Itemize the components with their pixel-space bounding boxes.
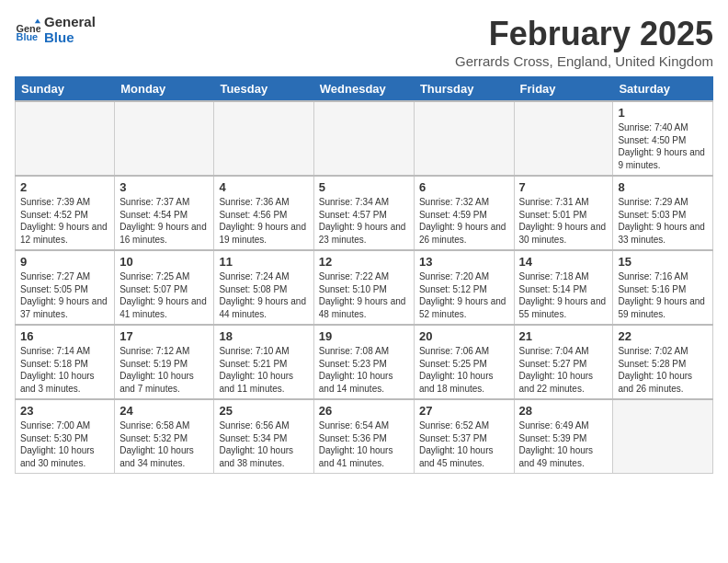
day-number: 5	[319, 180, 409, 194]
col-header-wednesday: Wednesday	[313, 77, 414, 102]
day-number: 26	[319, 404, 409, 418]
day-number: 27	[419, 404, 509, 418]
calendar-cell: 22Sunrise: 7:02 AM Sunset: 5:28 PM Dayli…	[613, 325, 713, 399]
day-detail: Sunrise: 7:12 AM Sunset: 5:19 PM Dayligh…	[119, 345, 209, 395]
calendar-cell: 6Sunrise: 7:32 AM Sunset: 4:59 PM Daylig…	[414, 176, 514, 250]
day-number: 10	[119, 255, 209, 269]
calendar-cell: 24Sunrise: 6:58 AM Sunset: 5:32 PM Dayli…	[115, 399, 214, 474]
header-row: SundayMondayTuesdayWednesdayThursdayFrid…	[16, 77, 713, 102]
day-detail: Sunrise: 6:54 AM Sunset: 5:36 PM Dayligh…	[319, 419, 409, 469]
calendar-cell: 18Sunrise: 7:10 AM Sunset: 5:21 PM Dayli…	[214, 325, 313, 399]
calendar-cell: 23Sunrise: 7:00 AM Sunset: 5:30 PM Dayli…	[16, 399, 115, 474]
calendar-cell: 11Sunrise: 7:24 AM Sunset: 5:08 PM Dayli…	[214, 250, 313, 325]
day-number: 14	[519, 255, 609, 269]
calendar-cell	[115, 101, 214, 176]
col-header-friday: Friday	[514, 77, 613, 102]
calendar-cell: 2Sunrise: 7:39 AM Sunset: 4:52 PM Daylig…	[16, 176, 115, 250]
week-row-3: 9Sunrise: 7:27 AM Sunset: 5:05 PM Daylig…	[16, 250, 713, 325]
calendar-cell: 26Sunrise: 6:54 AM Sunset: 5:36 PM Dayli…	[313, 399, 414, 474]
day-number: 23	[20, 404, 109, 418]
logo-icon: General Blue	[15, 17, 40, 43]
day-detail: Sunrise: 7:32 AM Sunset: 4:59 PM Dayligh…	[419, 196, 509, 246]
calendar-cell: 21Sunrise: 7:04 AM Sunset: 5:27 PM Dayli…	[514, 325, 613, 399]
day-number: 13	[419, 255, 509, 269]
calendar-cell	[214, 101, 313, 176]
calendar-cell: 3Sunrise: 7:37 AM Sunset: 4:54 PM Daylig…	[115, 176, 214, 250]
calendar-cell	[16, 101, 115, 176]
day-detail: Sunrise: 7:02 AM Sunset: 5:28 PM Dayligh…	[618, 345, 708, 395]
svg-text:Blue: Blue	[17, 30, 39, 41]
day-detail: Sunrise: 7:06 AM Sunset: 5:25 PM Dayligh…	[419, 345, 509, 395]
calendar-cell	[313, 101, 414, 176]
week-row-1: 1Sunrise: 7:40 AM Sunset: 4:50 PM Daylig…	[16, 101, 713, 176]
day-number: 21	[519, 329, 609, 343]
calendar-cell: 17Sunrise: 7:12 AM Sunset: 5:19 PM Dayli…	[115, 325, 214, 399]
day-number: 22	[618, 329, 708, 343]
calendar-cell: 8Sunrise: 7:29 AM Sunset: 5:03 PM Daylig…	[613, 176, 713, 250]
calendar-cell	[514, 101, 613, 176]
calendar-cell: 27Sunrise: 6:52 AM Sunset: 5:37 PM Dayli…	[414, 399, 514, 474]
day-detail: Sunrise: 7:18 AM Sunset: 5:14 PM Dayligh…	[519, 270, 609, 320]
week-row-5: 23Sunrise: 7:00 AM Sunset: 5:30 PM Dayli…	[16, 399, 713, 474]
day-detail: Sunrise: 7:39 AM Sunset: 4:52 PM Dayligh…	[20, 196, 109, 246]
day-detail: Sunrise: 7:36 AM Sunset: 4:56 PM Dayligh…	[219, 196, 308, 246]
calendar-cell: 9Sunrise: 7:27 AM Sunset: 5:05 PM Daylig…	[16, 250, 115, 325]
day-number: 1	[618, 106, 708, 120]
day-number: 18	[219, 329, 308, 343]
col-header-saturday: Saturday	[613, 77, 713, 102]
day-number: 20	[419, 329, 509, 343]
calendar-cell: 4Sunrise: 7:36 AM Sunset: 4:56 PM Daylig…	[214, 176, 313, 250]
col-header-thursday: Thursday	[414, 77, 514, 102]
day-detail: Sunrise: 6:49 AM Sunset: 5:39 PM Dayligh…	[519, 419, 609, 469]
day-detail: Sunrise: 7:34 AM Sunset: 4:57 PM Dayligh…	[319, 196, 409, 246]
day-number: 12	[319, 255, 409, 269]
day-detail: Sunrise: 7:04 AM Sunset: 5:27 PM Dayligh…	[519, 345, 609, 395]
day-detail: Sunrise: 7:20 AM Sunset: 5:12 PM Dayligh…	[419, 270, 509, 320]
week-row-2: 2Sunrise: 7:39 AM Sunset: 4:52 PM Daylig…	[16, 176, 713, 250]
day-detail: Sunrise: 7:40 AM Sunset: 4:50 PM Dayligh…	[618, 121, 708, 171]
day-number: 15	[618, 255, 708, 269]
day-number: 6	[419, 180, 509, 194]
logo: General Blue General Blue	[15, 15, 96, 45]
calendar-cell: 5Sunrise: 7:34 AM Sunset: 4:57 PM Daylig…	[313, 176, 414, 250]
day-detail: Sunrise: 6:58 AM Sunset: 5:32 PM Dayligh…	[119, 419, 209, 469]
calendar-cell: 10Sunrise: 7:25 AM Sunset: 5:07 PM Dayli…	[115, 250, 214, 325]
day-number: 17	[119, 329, 209, 343]
day-detail: Sunrise: 7:29 AM Sunset: 5:03 PM Dayligh…	[618, 196, 708, 246]
calendar-cell: 20Sunrise: 7:06 AM Sunset: 5:25 PM Dayli…	[414, 325, 514, 399]
calendar-cell: 14Sunrise: 7:18 AM Sunset: 5:14 PM Dayli…	[514, 250, 613, 325]
col-header-sunday: Sunday	[16, 77, 115, 102]
calendar-cell: 16Sunrise: 7:14 AM Sunset: 5:18 PM Dayli…	[16, 325, 115, 399]
day-detail: Sunrise: 6:56 AM Sunset: 5:34 PM Dayligh…	[219, 419, 308, 469]
day-number: 11	[219, 255, 308, 269]
calendar-cell: 19Sunrise: 7:08 AM Sunset: 5:23 PM Dayli…	[313, 325, 414, 399]
calendar-cell: 28Sunrise: 6:49 AM Sunset: 5:39 PM Dayli…	[514, 399, 613, 474]
svg-marker-2	[35, 18, 40, 23]
calendar-cell: 12Sunrise: 7:22 AM Sunset: 5:10 PM Dayli…	[313, 250, 414, 325]
week-row-4: 16Sunrise: 7:14 AM Sunset: 5:18 PM Dayli…	[16, 325, 713, 399]
day-number: 28	[519, 404, 609, 418]
day-detail: Sunrise: 7:14 AM Sunset: 5:18 PM Dayligh…	[20, 345, 109, 395]
day-detail: Sunrise: 7:00 AM Sunset: 5:30 PM Dayligh…	[20, 419, 109, 469]
day-number: 3	[119, 180, 209, 194]
day-detail: Sunrise: 7:25 AM Sunset: 5:07 PM Dayligh…	[119, 270, 209, 320]
logo-wordmark: General Blue	[44, 15, 96, 45]
day-number: 2	[20, 180, 109, 194]
col-header-tuesday: Tuesday	[214, 77, 313, 102]
title-block: February 2025 Gerrards Cross, England, U…	[455, 15, 713, 69]
day-number: 25	[219, 404, 308, 418]
day-detail: Sunrise: 7:22 AM Sunset: 5:10 PM Dayligh…	[319, 270, 409, 320]
day-number: 19	[319, 329, 409, 343]
day-detail: Sunrise: 7:31 AM Sunset: 5:01 PM Dayligh…	[519, 196, 609, 246]
day-number: 9	[20, 255, 109, 269]
day-detail: Sunrise: 7:37 AM Sunset: 4:54 PM Dayligh…	[119, 196, 209, 246]
page-header: General Blue General Blue February 2025 …	[15, 15, 713, 69]
calendar-cell	[613, 399, 713, 474]
day-detail: Sunrise: 7:27 AM Sunset: 5:05 PM Dayligh…	[20, 270, 109, 320]
day-detail: Sunrise: 6:52 AM Sunset: 5:37 PM Dayligh…	[419, 419, 509, 469]
day-detail: Sunrise: 7:16 AM Sunset: 5:16 PM Dayligh…	[618, 270, 708, 320]
day-number: 16	[20, 329, 109, 343]
calendar-table: SundayMondayTuesdayWednesdayThursdayFrid…	[15, 76, 713, 474]
calendar-cell: 7Sunrise: 7:31 AM Sunset: 5:01 PM Daylig…	[514, 176, 613, 250]
day-detail: Sunrise: 7:08 AM Sunset: 5:23 PM Dayligh…	[319, 345, 409, 395]
